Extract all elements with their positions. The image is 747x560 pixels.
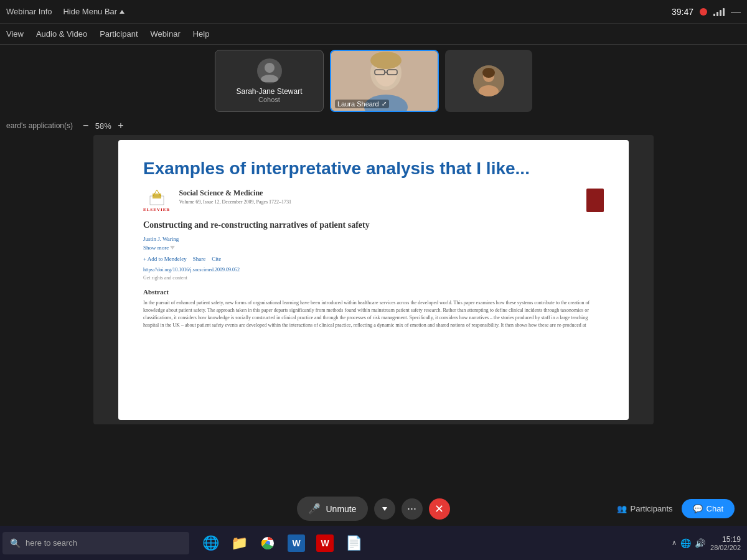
chevron-down-icon bbox=[170, 246, 175, 250]
toolbar-center: 🎤 Unmute ··· ✕ bbox=[297, 497, 449, 521]
mic-muted-icon: 🎤 bbox=[308, 503, 321, 515]
show-more-link[interactable]: Show more bbox=[143, 245, 604, 251]
share-label: eard's application(s) bbox=[6, 121, 73, 130]
taskbar-wps-app[interactable]: W bbox=[311, 530, 339, 557]
cite-link[interactable]: Cite bbox=[212, 256, 221, 262]
minimize-button[interactable]: — bbox=[731, 6, 741, 17]
presentation-slide: Examples of interpretative analysis that… bbox=[118, 140, 629, 420]
chat-button[interactable]: 💬 Chat bbox=[682, 499, 735, 518]
share-link[interactable]: Share bbox=[193, 256, 206, 262]
chat-icon: 💬 bbox=[693, 504, 703, 513]
taskbar-right: ∧ 🌐 🔊 15:19 28/02/202 bbox=[672, 535, 747, 551]
abstract-text: In the pursuit of enhanced patient safet… bbox=[143, 299, 604, 329]
pdf-icon: 📄 bbox=[345, 535, 362, 551]
paper-rights: Get rights and content bbox=[143, 275, 604, 281]
folder-icon: 📁 bbox=[231, 535, 248, 551]
paper-author: Justin J. Waring bbox=[143, 236, 604, 242]
unmute-dropdown-button[interactable] bbox=[374, 498, 395, 520]
wps-icon: W bbox=[316, 534, 334, 552]
avatar-sarah bbox=[257, 58, 282, 83]
journal-thumbnail bbox=[586, 189, 604, 212]
chevron-down-icon bbox=[382, 507, 387, 511]
journal-name: Social Science & Medicine bbox=[179, 189, 578, 198]
close-icon: ✕ bbox=[435, 502, 444, 516]
menu-right: 39:47 — bbox=[672, 6, 741, 17]
ellipsis-icon: ··· bbox=[407, 502, 416, 515]
taskbar-clock: 15:19 28/02/202 bbox=[710, 535, 741, 551]
participant-role-sarah: Cohost bbox=[258, 96, 280, 103]
participant-card-sarah[interactable]: Sarah-Jane Stewart Cohost bbox=[215, 50, 324, 112]
participants-button[interactable]: 👥 Participants bbox=[617, 504, 673, 513]
elsevier-logo: ELSEVIER bbox=[143, 189, 170, 212]
zoom-plus-button[interactable]: + bbox=[118, 121, 123, 131]
word-icon: W bbox=[288, 534, 305, 552]
windows-taskbar: 🔍 here to search 🌐 📁 W W 📄 bbox=[0, 526, 747, 560]
help-menu[interactable]: Help bbox=[193, 29, 210, 39]
svg-point-1 bbox=[261, 75, 278, 82]
audio-video-menu[interactable]: Audio & Video bbox=[36, 29, 87, 39]
participant-name-sarah: Sarah-Jane Stewart bbox=[236, 87, 302, 96]
chevron-up-icon bbox=[120, 10, 125, 14]
abstract-title: Abstract bbox=[143, 288, 604, 296]
participants-icon: 👥 bbox=[617, 504, 627, 513]
end-call-button[interactable]: ✕ bbox=[429, 498, 450, 520]
journal-header: ELSEVIER Social Science & Medicine Volum… bbox=[143, 189, 604, 212]
participants-strip: Sarah-Jane Stewart Cohost Laura Sheard bbox=[0, 45, 747, 116]
taskbar-pdf-app[interactable]: 📄 bbox=[340, 530, 367, 557]
participant-card-3[interactable] bbox=[445, 50, 532, 112]
taskbar-edge-app[interactable]: 🌐 bbox=[197, 530, 224, 557]
menu-left: Webinar Info Hide Menu Bar bbox=[6, 7, 125, 16]
participant-card-laura[interactable]: Laura Sheard ⤢ bbox=[330, 50, 439, 112]
paper-doi[interactable]: https://doi.org/10.1016/j.socscimed.2009… bbox=[143, 267, 604, 273]
webinar-menu[interactable]: Webinar bbox=[151, 29, 181, 39]
edge-icon: 🌐 bbox=[202, 535, 219, 551]
system-tray-icons: ∧ 🌐 🔊 bbox=[672, 538, 705, 548]
paper-actions: + Add to Mendeley Share Cite bbox=[143, 256, 604, 262]
elsevier-text: ELSEVIER bbox=[143, 207, 170, 212]
chevron-up-icon[interactable]: ∧ bbox=[672, 539, 677, 547]
secondary-menu-bar: View Audio & Video Participant Webinar H… bbox=[0, 24, 747, 45]
webinar-info-menu[interactable]: Webinar Info bbox=[6, 7, 52, 16]
taskbar-explorer-app[interactable]: 📁 bbox=[225, 530, 253, 557]
zoom-bar: eard's application(s) − 58% + bbox=[0, 116, 747, 135]
recording-indicator bbox=[700, 8, 707, 16]
hide-menu-bar[interactable]: Hide Menu Bar bbox=[63, 7, 125, 16]
slide-title: Examples of interpretative analysis that… bbox=[143, 159, 604, 179]
avatar-3 bbox=[473, 65, 504, 96]
zoom-controls: − 58% + bbox=[83, 121, 124, 131]
taskbar-date-display: 28/02/202 bbox=[710, 544, 741, 551]
chrome-icon bbox=[260, 536, 275, 551]
participant-menu[interactable]: Participant bbox=[100, 29, 138, 39]
taskbar-search-icon: 🔍 bbox=[10, 538, 21, 548]
video-name-laura: Laura Sheard ⤢ bbox=[335, 100, 389, 108]
journal-info: Social Science & Medicine Volume 69, Iss… bbox=[179, 189, 578, 205]
journal-meta: Volume 69, Issue 12, December 2009, Page… bbox=[179, 199, 578, 205]
add-mendeley-link[interactable]: + Add to Mendeley bbox=[143, 256, 187, 262]
network-icon: 🌐 bbox=[680, 538, 691, 548]
timer-display: 39:47 bbox=[672, 7, 693, 17]
svg-point-13 bbox=[482, 68, 495, 78]
zoom-minus-button[interactable]: − bbox=[83, 121, 88, 131]
taskbar-search-box[interactable]: 🔍 here to search bbox=[2, 532, 189, 554]
unmute-button[interactable]: 🎤 Unmute bbox=[297, 497, 367, 521]
shared-screen-area: Examples of interpretative analysis that… bbox=[93, 135, 654, 424]
volume-icon: 🔊 bbox=[695, 538, 705, 548]
paper-main: ELSEVIER Social Science & Medicine Volum… bbox=[143, 189, 604, 329]
paper-content: ELSEVIER Social Science & Medicine Volum… bbox=[143, 189, 604, 329]
bottom-toolbar: 🎤 Unmute ··· ✕ 👥 Participants 💬 Chat bbox=[0, 492, 747, 526]
taskbar-app-icons: 🌐 📁 W W 📄 bbox=[197, 530, 367, 557]
paper-title: Constructing and re-constructing narrati… bbox=[143, 220, 604, 231]
zoom-percent: 58% bbox=[92, 121, 114, 131]
view-menu[interactable]: View bbox=[6, 29, 24, 39]
more-options-button[interactable]: ··· bbox=[402, 498, 423, 520]
toolbar-right: 👥 Participants 💬 Chat bbox=[617, 499, 735, 518]
taskbar-search-placeholder: here to search bbox=[26, 538, 77, 548]
signal-icon bbox=[713, 7, 725, 16]
top-menu-bar: Webinar Info Hide Menu Bar 39:47 — bbox=[0, 0, 747, 24]
taskbar-chrome-app[interactable] bbox=[254, 530, 281, 557]
taskbar-word-app[interactable]: W bbox=[283, 530, 310, 557]
svg-point-8 bbox=[370, 52, 402, 69]
svg-point-0 bbox=[265, 63, 275, 73]
taskbar-time-display: 15:19 bbox=[710, 535, 741, 544]
